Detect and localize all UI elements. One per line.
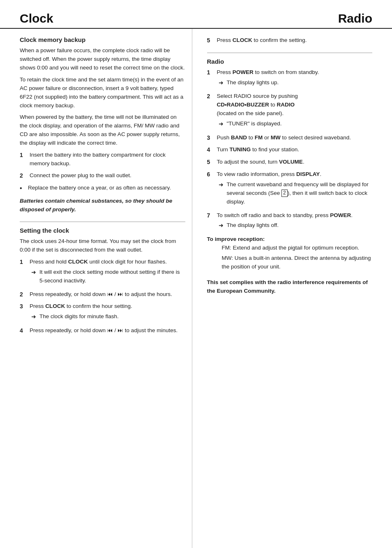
step-content: To view radio information, press DISPLAY… [217,170,373,208]
radio-steps: 1 Press POWER to switch on from standby.… [207,68,373,232]
left-column: Clock memory backup When a power failure… [20,29,192,548]
bullet-icon: • [20,184,25,193]
step-content: Connect the power plug to the wall outle… [30,171,185,180]
list-item: 2 Select RADIO source by pushing CD•RADI… [207,92,373,130]
section-title-clock-memory: Clock memory backup [20,36,185,43]
clock-memory-para3: When powered by the battery, the time wi… [20,113,185,148]
list-item: 5 Press CLOCK to confirm the setting. [207,36,373,45]
clock-memory-steps: 1 Insert the battery into the battery co… [20,151,185,180]
step-number: 1 [20,258,27,267]
step-number: 5 [207,158,214,167]
step-content: Press repeatedly, or hold down ⏮ / ⏭ to … [30,290,185,299]
arrow-item: ➜ The display lights up. [219,79,373,88]
arrow-text: It will exit the clock setting mode with… [39,268,185,285]
arrow-item: ➜ It will exit the clock setting mode wi… [31,268,185,285]
batteries-warning: Batteries contain chemical substances, s… [20,197,185,214]
arrow-item: ➜ The clock digits for minute flash. [31,312,185,321]
fm-instruction: FM: Extend and adjust the pigtail for op… [222,244,373,252]
arrow-icon: ➜ [31,312,38,321]
section-divider [20,222,185,222]
arrow-item: ➜ The display lights off. [219,221,373,230]
list-item: 2 Press repeatedly, or hold down ⏮ / ⏭ t… [20,290,185,299]
step-number: 2 [207,92,214,101]
step-number: 7 [207,211,214,220]
arrow-text: The display lights off. [227,221,373,230]
header-right-title: Radio [338,12,372,25]
setting-clock-intro: The clock uses 24-hour time format. You … [20,237,185,254]
list-item: 7 To switch off radio and back to standb… [207,211,373,232]
list-item: 1 Press POWER to switch on from standby.… [207,68,373,89]
clock-memory-para2: To retain the clock time and the set ala… [20,76,185,110]
step-number: 4 [207,146,214,155]
arrow-item: ➜ "TUNER" is displayed. [219,120,373,129]
arrow-item: ➜ The current waveband and frequency wil… [219,180,373,206]
clock-memory-bullets: • Replace the battery once a year, or as… [20,184,185,193]
list-item: 2 Connect the power plug to the wall out… [20,171,185,180]
step5-list: 5 Press CLOCK to confirm the setting. [207,36,373,45]
step-number: 1 [207,68,214,77]
step-content: To switch off radio and back to standby,… [217,211,373,232]
page-header: Clock Radio [0,0,392,29]
right-column: 5 Press CLOCK to confirm the setting. Ra… [205,29,373,548]
list-item: 4 Turn TUNING to find your station. [207,146,373,155]
arrow-text: The current waveband and frequency will … [227,180,373,206]
step-number: 2 [20,171,27,180]
box-ref: 2 [281,190,288,197]
section-title-radio: Radio [207,58,373,65]
list-item: 6 To view radio information, press DISPL… [207,170,373,208]
step-number: 3 [20,302,27,311]
compliance-statement: This set complies with the radio interfe… [207,278,373,296]
step-content: Turn TUNING to find your station. [217,146,373,154]
step-number: 5 [207,36,214,45]
step-content: To adjust the sound, turn VOLUME. [217,158,373,166]
arrow-icon: ➜ [31,268,38,277]
list-item: 1 Insert the battery into the battery co… [20,151,185,168]
header-left-title: Clock [20,12,53,25]
step-content: Select RADIO source by pushing CD•RADIO•… [217,92,373,130]
arrow-icon: ➜ [219,120,225,129]
arrow-text: The display lights up. [227,79,373,87]
section-divider-radio [207,53,373,53]
arrow-icon: ➜ [219,221,225,230]
clock-memory-para1: When a power failure occurs, the complet… [20,46,185,72]
step-number: 2 [20,290,27,299]
improve-reception-heading: To improve reception: [207,236,373,242]
bullet-text: Replace the battery once a year, or as o… [28,184,171,192]
setting-clock-steps: 1 Press and hold CLOCK until clock digit… [20,258,185,335]
step-content: Push BAND to FM or MW to select desired … [217,134,373,142]
step-content: Press CLOCK to confirm the hour setting.… [30,302,185,323]
step-number: 3 [207,134,214,143]
list-item: 4 Press repeatedly, or hold down ⏮ / ⏭ t… [20,326,185,335]
list-item: • Replace the battery once a year, or as… [20,184,185,193]
arrow-text: The clock digits for minute flash. [39,312,185,321]
list-item: 1 Press and hold CLOCK until clock digit… [20,258,185,287]
step-number: 1 [20,151,27,160]
list-item: 3 Push BAND to FM or MW to select desire… [207,134,373,143]
step-content: Press repeatedly, or hold down ⏮ / ⏭ to … [30,326,185,335]
list-item: 3 Press CLOCK to confirm the hour settin… [20,302,185,323]
arrow-icon: ➜ [219,79,225,88]
step-number: 6 [207,170,214,179]
main-columns: Clock memory backup When a power failure… [0,29,392,548]
mw-instruction: MW: Uses a built-in antenna. Direct the … [222,254,373,271]
step-content: Press CLOCK to confirm the setting. [217,36,373,45]
page: Clock Radio Clock memory backup When a p… [0,0,392,548]
step-content: Press and hold CLOCK until clock digit f… [30,258,185,287]
arrow-text: "TUNER" is displayed. [227,120,373,128]
list-item: 5 To adjust the sound, turn VOLUME. [207,158,373,167]
step-number: 4 [20,326,27,335]
step-content: Press POWER to switch on from standby. ➜… [217,68,373,89]
step-content: Insert the battery into the battery comp… [30,151,185,168]
section-title-setting-clock: Setting the clock [20,227,185,234]
arrow-icon: ➜ [219,180,225,190]
